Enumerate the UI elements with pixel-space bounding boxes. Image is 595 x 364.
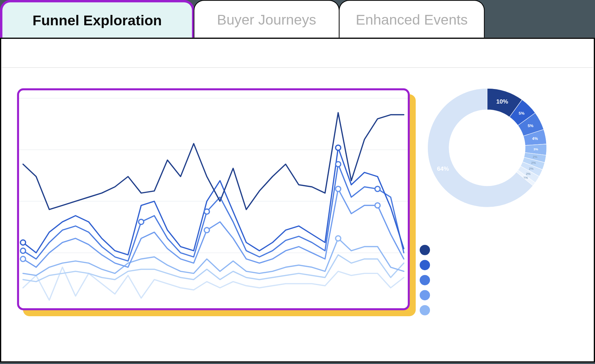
legend	[420, 245, 430, 316]
tab-panel: 10%5%5%4%3%2%2%2%2%1%64%	[0, 38, 595, 363]
svg-text:2%: 2%	[531, 161, 536, 165]
legend-dot	[420, 260, 430, 270]
tab-label: Funnel Exploration	[33, 12, 162, 29]
tab-buyer-journeys[interactable]: Buyer Journeys	[193, 0, 339, 38]
svg-text:2%: 2%	[529, 167, 534, 170]
svg-text:3%: 3%	[534, 148, 538, 151]
svg-point-11	[20, 256, 26, 261]
svg-point-12	[204, 228, 209, 233]
tab-label: Enhanced Events	[356, 11, 468, 28]
svg-text:2%: 2%	[526, 172, 531, 176]
svg-point-5	[336, 145, 341, 150]
tab-funnel-exploration[interactable]: Funnel Exploration	[0, 0, 195, 38]
svg-text:2%: 2%	[533, 155, 537, 159]
svg-point-13	[336, 186, 341, 192]
line-chart	[19, 90, 408, 308]
report-window: Funnel Exploration Buyer Journeys Enhanc…	[0, 0, 595, 363]
svg-point-10	[375, 186, 380, 192]
tab-enhanced-events[interactable]: Enhanced Events	[339, 0, 485, 38]
svg-text:5%: 5%	[519, 111, 525, 115]
svg-point-6	[20, 248, 26, 253]
svg-text:64%: 64%	[437, 165, 449, 172]
svg-text:10%: 10%	[496, 98, 508, 105]
svg-point-4	[20, 240, 26, 245]
svg-point-9	[336, 162, 341, 167]
donut-chart-wrap: 10%5%5%4%3%2%2%2%2%1%64%	[426, 86, 549, 209]
svg-point-7	[139, 219, 144, 224]
svg-text:4%: 4%	[532, 136, 538, 141]
donut-chart: 10%5%5%4%3%2%2%2%2%1%64%	[426, 86, 549, 209]
tab-bar: Funnel Exploration Buyer Journeys Enhanc…	[0, 0, 595, 38]
svg-point-15	[336, 236, 341, 241]
legend-dot	[420, 275, 430, 285]
line-chart-card	[17, 88, 410, 310]
svg-point-8	[204, 209, 209, 214]
svg-point-14	[375, 203, 380, 208]
legend-dot	[420, 305, 430, 316]
svg-text:5%: 5%	[528, 124, 534, 128]
legend-dot	[420, 290, 430, 300]
legend-dot	[420, 245, 430, 255]
tab-label: Buyer Journeys	[217, 11, 316, 28]
